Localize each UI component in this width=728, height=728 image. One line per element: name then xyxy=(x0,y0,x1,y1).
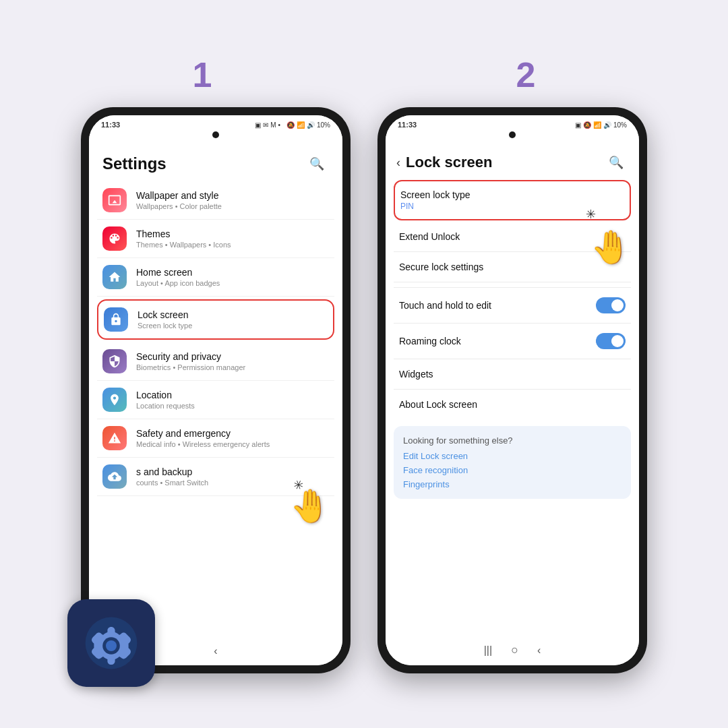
phone-1-back-nav[interactable]: ‹ xyxy=(214,645,217,657)
settings-app-icon[interactable] xyxy=(67,599,155,687)
widgets-label: Widgets xyxy=(399,369,626,380)
phone-2-status-icons: ▣ 🔕 📶 🔊 10% xyxy=(575,121,627,129)
wallpaper-text: Wallpaper and style Wallpapers • Color p… xyxy=(136,189,329,211)
wallpaper-icon xyxy=(102,188,127,212)
settings-search-button[interactable]: 🔍 xyxy=(305,152,329,176)
phone-1: 11:33 ▣ ✉ M • 🔕 📶 🔊 10% Settings xyxy=(81,107,351,673)
wallpaper-label: Wallpaper and style xyxy=(136,189,329,202)
lockscreen-title: Lock screen xyxy=(406,154,599,171)
security-text: Security and privacy Biometrics • Permis… xyxy=(136,351,329,372)
settings-list: Wallpaper and style Wallpapers • Color p… xyxy=(89,181,342,496)
phone-1-status-icons: ▣ ✉ M • 🔕 📶 🔊 10% xyxy=(255,121,330,129)
phone-2-screen: 11:33 ▣ 🔕 📶 🔊 10% ‹ Lock screen 🔍 xyxy=(386,115,639,665)
phone-2-back-nav[interactable]: ‹ xyxy=(537,644,541,657)
homescreen-text: Home screen Layout • App icon badges xyxy=(136,266,329,288)
homescreen-icon xyxy=(102,265,127,289)
secure-lock-label: Secure lock settings xyxy=(399,262,626,272)
lock-item-about[interactable]: About Lock screen xyxy=(394,390,631,419)
wallpaper-sublabel: Wallpapers • Color palette xyxy=(136,202,329,211)
lock-item-screen-lock-type[interactable]: Screen lock type PIN xyxy=(394,180,631,220)
homescreen-label: Home screen xyxy=(136,266,329,278)
settings-item-backup[interactable]: s and backup counts • Smart Switch xyxy=(97,458,334,496)
safety-icon xyxy=(102,426,127,450)
phone-2-time: 11:33 xyxy=(398,121,417,129)
backup-icon xyxy=(102,464,127,489)
lockscreen-header: ‹ Lock screen 🔍 xyxy=(386,141,639,180)
themes-text: Themes Themes • Wallpapers • Icons xyxy=(136,228,329,249)
lock-item-extend-unlock[interactable]: Extend Unlock xyxy=(394,222,631,252)
lockscreen-back-button[interactable]: ‹ xyxy=(396,156,400,170)
phone-2-camera xyxy=(509,131,516,138)
lock-item-touch-hold[interactable]: Touch and hold to edit xyxy=(394,288,631,324)
safety-text: Safety and emergency Medical info • Wire… xyxy=(136,427,329,449)
step-numbers: 1 2 xyxy=(40,55,688,95)
lockscreen-text: Lock screen Screen lock type xyxy=(138,309,328,330)
settings-header: Settings 🔍 xyxy=(89,141,342,181)
edit-lock-screen-link[interactable]: Edit Lock screen xyxy=(403,451,621,461)
security-label: Security and privacy xyxy=(136,351,329,363)
touch-hold-label: Touch and hold to edit xyxy=(399,300,491,311)
phone-1-screen: 11:33 ▣ ✉ M • 🔕 📶 🔊 10% Settings xyxy=(89,115,342,665)
fingerprints-link[interactable]: Fingerprints xyxy=(403,479,621,489)
lock-settings-list: Screen lock type PIN Extend Unlock Secur… xyxy=(386,180,639,419)
settings-title: Settings xyxy=(102,154,166,173)
step-2-label: 2 xyxy=(391,55,661,95)
lock-list-spacer xyxy=(394,282,631,288)
security-sublabel: Biometrics • Permission manager xyxy=(136,363,329,372)
looking-section: Looking for something else? Edit Lock sc… xyxy=(394,426,631,499)
safety-label: Safety and emergency xyxy=(136,427,329,439)
lockscreen-icon xyxy=(104,307,128,332)
settings-item-themes[interactable]: Themes Themes • Wallpapers • Icons xyxy=(97,220,334,258)
location-label: Location xyxy=(136,389,329,401)
lockscreen-label: Lock screen xyxy=(138,309,328,321)
phone-2-bottom-nav: ||| ○ ‹ xyxy=(386,638,639,665)
settings-item-location[interactable]: Location Location requests xyxy=(97,381,334,419)
lockscreen-search-button[interactable]: 🔍 xyxy=(604,150,628,175)
location-text: Location Location requests xyxy=(136,389,329,411)
svg-point-2 xyxy=(106,640,117,651)
phone-2-recent-nav[interactable]: ||| xyxy=(484,644,492,657)
settings-item-lockscreen[interactable]: Lock screen Screen lock type xyxy=(97,299,334,340)
themes-sublabel: Themes • Wallpapers • Icons xyxy=(136,240,329,249)
settings-item-homescreen[interactable]: Home screen Layout • App icon badges xyxy=(97,258,334,297)
gear-svg-icon xyxy=(84,616,138,670)
backup-label: s and backup xyxy=(136,466,329,478)
looking-title: Looking for something else? xyxy=(403,435,621,446)
phone-1-content: Settings 🔍 Wallpaper and style Wallpaper… xyxy=(89,141,342,640)
backup-sublabel: counts • Smart Switch xyxy=(136,478,329,487)
backup-text: s and backup counts • Smart Switch xyxy=(136,466,329,487)
phones-row: 11:33 ▣ ✉ M • 🔕 📶 🔊 10% Settings xyxy=(81,107,647,673)
step-1-label: 1 xyxy=(67,55,337,95)
extend-unlock-label: Extend Unlock xyxy=(399,231,626,242)
safety-sublabel: Medical info • Wireless emergency alerts xyxy=(136,439,329,449)
lock-item-widgets[interactable]: Widgets xyxy=(394,359,631,390)
screen-lock-type-label: Screen lock type xyxy=(400,189,624,200)
phone-2: 11:33 ▣ 🔕 📶 🔊 10% ‹ Lock screen 🔍 xyxy=(377,107,647,673)
security-icon xyxy=(102,349,127,373)
settings-item-safety[interactable]: Safety and emergency Medical info • Wire… xyxy=(97,419,334,458)
settings-item-security[interactable]: Security and privacy Biometrics • Permis… xyxy=(97,342,334,381)
roaming-clock-toggle[interactable] xyxy=(596,333,626,349)
about-lock-label: About Lock screen xyxy=(399,399,626,410)
roaming-clock-label: Roaming clock xyxy=(399,336,461,346)
phone-1-time: 11:33 xyxy=(101,121,120,129)
themes-label: Themes xyxy=(136,228,329,240)
face-recognition-link[interactable]: Face recognition xyxy=(403,465,621,475)
lock-item-roaming-clock[interactable]: Roaming clock xyxy=(394,324,631,359)
phone-2-notch xyxy=(386,131,639,141)
phone-1-status-bar: 11:33 ▣ ✉ M • 🔕 📶 🔊 10% xyxy=(89,115,342,131)
lock-item-secure-lock[interactable]: Secure lock settings xyxy=(394,252,631,282)
location-sublabel: Location requests xyxy=(136,401,329,411)
phone-2-home-nav[interactable]: ○ xyxy=(511,643,518,657)
touch-hold-toggle[interactable] xyxy=(596,297,626,313)
settings-item-wallpaper[interactable]: Wallpaper and style Wallpapers • Color p… xyxy=(97,181,334,220)
phone-1-camera xyxy=(212,131,219,138)
lockscreen-sublabel: Screen lock type xyxy=(138,321,328,330)
phone-1-notch xyxy=(89,131,342,141)
phone-2-status-bar: 11:33 ▣ 🔕 📶 🔊 10% xyxy=(386,115,639,131)
location-icon xyxy=(102,388,127,412)
screen-lock-type-sublabel: PIN xyxy=(400,202,624,211)
homescreen-sublabel: Layout • App icon badges xyxy=(136,278,329,288)
themes-icon xyxy=(102,226,127,251)
